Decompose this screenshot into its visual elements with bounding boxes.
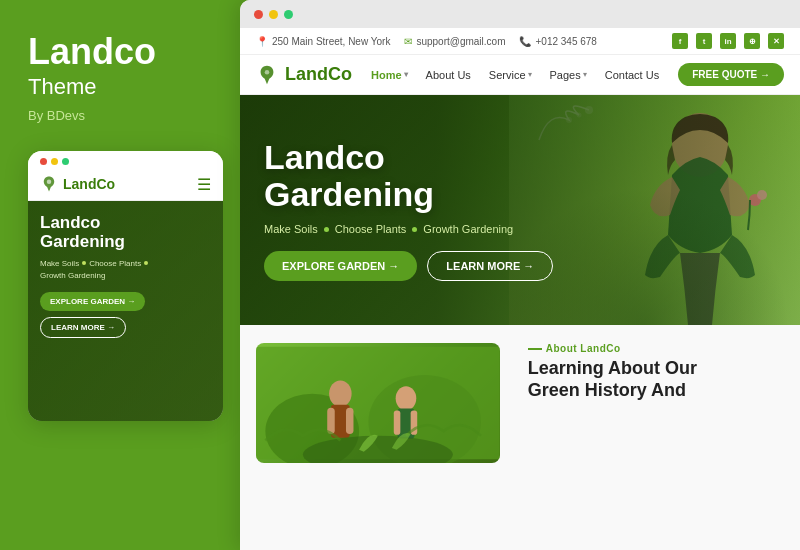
- nav-contact[interactable]: Contact Us: [605, 69, 659, 81]
- linkedin-icon[interactable]: in: [720, 33, 736, 49]
- topbar-address: 📍 250 Main Street, New York: [256, 36, 390, 47]
- chevron-down-icon: ▾: [404, 70, 408, 79]
- mobile-logo-text: LandCo: [63, 176, 115, 192]
- browser-dot-yellow: [269, 10, 278, 19]
- topbar-phone: 📞 +012 345 678: [519, 36, 596, 47]
- brand-subtitle: Theme: [28, 74, 212, 100]
- website-hero: Landco Gardening Make Soils Choose Plant…: [240, 95, 800, 325]
- below-text-right: About LandCo Learning About Our Green Hi…: [520, 343, 784, 401]
- learn-more-button[interactable]: LEARN MORE →: [427, 251, 553, 281]
- hamburger-icon[interactable]: ☰: [197, 175, 211, 194]
- sep-2: [412, 227, 417, 232]
- mobile-dot-yellow: [51, 158, 58, 165]
- mobile-learn-button[interactable]: LEARN MORE →: [40, 317, 126, 338]
- browser-dot-green: [284, 10, 293, 19]
- hero-feature-2: Choose Plants: [335, 223, 407, 235]
- free-quote-button[interactable]: FREE QUOTE →: [678, 63, 784, 86]
- nav-home[interactable]: Home ▾: [371, 69, 408, 81]
- mobile-dot-green: [62, 158, 69, 165]
- mobile-hero-features: Make Soils Choose Plants Growth Gardenin…: [40, 259, 211, 280]
- hero-feature-1: Make Soils: [264, 223, 318, 235]
- brand-by: By BDevs: [28, 108, 212, 123]
- mobile-dot-sep-1: [82, 261, 86, 265]
- phone-icon: 📞: [519, 36, 531, 47]
- mobile-hero-content: Landco Gardening Make Soils Choose Plant…: [40, 213, 211, 338]
- mobile-dot-red: [40, 158, 47, 165]
- nav-logo: LandCo: [256, 64, 352, 86]
- mobile-explore-button[interactable]: EXPLORE GARDEN →: [40, 292, 145, 311]
- topbar-social-links: f t in ⊕ ✕: [672, 33, 784, 49]
- mobile-dot-sep-2: [144, 261, 148, 265]
- website-topbar: 📍 250 Main Street, New York ✉ support@gm…: [240, 28, 800, 55]
- chevron-down-icon: ▾: [528, 70, 532, 79]
- mobile-topbar: [28, 151, 223, 169]
- website-below-section: About LandCo Learning About Our Green Hi…: [240, 325, 800, 550]
- nav-logo-plant-icon: [256, 64, 278, 86]
- mobile-feature-1: Make Soils: [40, 259, 79, 268]
- hero-content: Landco Gardening Make Soils Choose Plant…: [240, 115, 577, 306]
- browser-window: 📍 250 Main Street, New York ✉ support@gm…: [240, 0, 800, 550]
- svg-rect-13: [327, 408, 334, 434]
- instagram-icon[interactable]: ⊕: [744, 33, 760, 49]
- website-nav: LandCo Home ▾ About Us Service ▾ Pages ▾…: [240, 55, 800, 95]
- mobile-feature-3: Growth Gardening: [40, 271, 105, 280]
- facebook-icon[interactable]: f: [672, 33, 688, 49]
- hero-features: Make Soils Choose Plants Growth Gardenin…: [264, 223, 553, 235]
- below-photo-left: [256, 343, 500, 463]
- topbar-left: 📍 250 Main Street, New York ✉ support@gm…: [256, 36, 597, 47]
- below-photo-illustration: [256, 343, 500, 463]
- mobile-hero-title: Landco Gardening: [40, 213, 211, 252]
- browser-dot-red: [254, 10, 263, 19]
- svg-rect-17: [394, 410, 401, 434]
- svg-point-15: [396, 386, 417, 410]
- x-icon[interactable]: ✕: [768, 33, 784, 49]
- chevron-down-icon: ▾: [583, 70, 587, 79]
- about-label: About LandCo: [528, 343, 784, 354]
- nav-pages[interactable]: Pages ▾: [550, 69, 587, 81]
- below-gardening-photo: [256, 343, 500, 463]
- svg-point-1: [265, 69, 270, 74]
- mobile-btn-row: EXPLORE GARDEN → LEARN MORE →: [40, 292, 211, 338]
- mobile-logo: LandCo: [40, 175, 115, 193]
- hero-feature-3: Growth Gardening: [423, 223, 513, 235]
- mobile-logo-icon: [40, 175, 58, 193]
- mobile-window-dots: [40, 158, 69, 165]
- nav-links: Home ▾ About Us Service ▾ Pages ▾ Contac…: [371, 69, 659, 81]
- mobile-nav: LandCo ☰: [28, 169, 223, 201]
- topbar-email: ✉ support@gmail.com: [404, 36, 505, 47]
- mobile-feature-2: Choose Plants: [89, 259, 141, 268]
- explore-garden-button[interactable]: EXPLORE GARDEN →: [264, 251, 417, 281]
- email-icon: ✉: [404, 36, 412, 47]
- about-title: Learning About Our Green History And: [528, 358, 784, 401]
- location-icon: 📍: [256, 36, 268, 47]
- hero-title: Landco Gardening: [264, 139, 553, 214]
- svg-point-0: [47, 180, 52, 185]
- sep-1: [324, 227, 329, 232]
- twitter-icon[interactable]: t: [696, 33, 712, 49]
- mobile-hero: Landco Gardening Make Soils Choose Plant…: [28, 201, 223, 421]
- brand-title: Landco: [28, 32, 212, 72]
- hero-buttons: EXPLORE GARDEN → LEARN MORE →: [264, 251, 553, 281]
- svg-point-11: [329, 381, 351, 407]
- nav-logo-text: LandCo: [285, 64, 352, 85]
- mobile-mockup: LandCo ☰ Landco Gardening Make Soils Cho…: [28, 151, 223, 421]
- left-panel: Landco Theme By BDevs LandCo ☰: [0, 0, 240, 550]
- svg-rect-14: [346, 408, 353, 434]
- browser-titlebar: [240, 0, 800, 28]
- nav-service[interactable]: Service ▾: [489, 69, 532, 81]
- nav-about[interactable]: About Us: [426, 69, 471, 81]
